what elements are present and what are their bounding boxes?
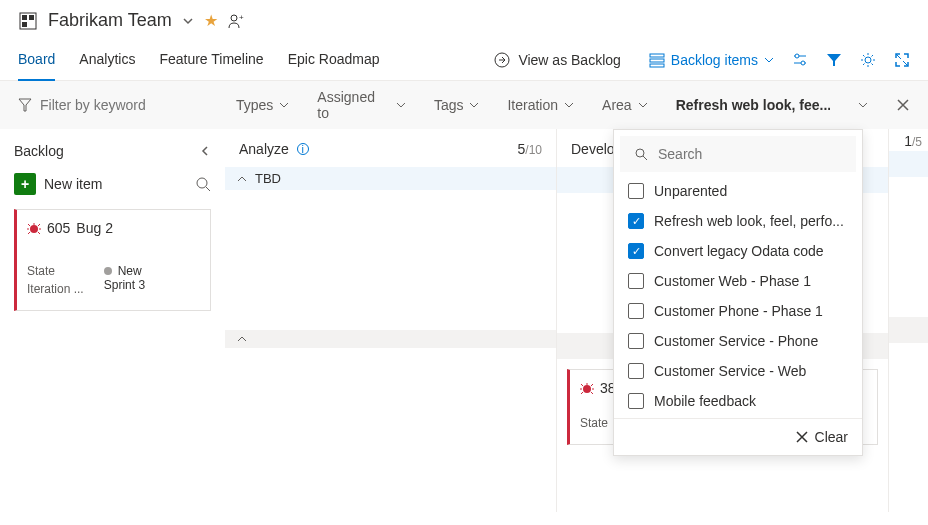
team-members-icon[interactable]: + xyxy=(228,12,246,30)
feature-filter-popover: Unparented ✓Refresh web look, feel, perf… xyxy=(613,129,863,456)
bug-icon xyxy=(580,381,594,395)
svg-point-4 xyxy=(231,15,237,21)
checkbox-checked-icon: ✓ xyxy=(628,213,644,229)
column-analyze-title: Analyze xyxy=(239,141,289,157)
chevron-down-icon xyxy=(469,100,479,110)
tab-epic-roadmap[interactable]: Epic Roadmap xyxy=(288,39,380,81)
svg-line-28 xyxy=(591,384,593,386)
checkbox-icon xyxy=(628,363,644,379)
popover-option[interactable]: Customer Phone - Phase 1 xyxy=(614,296,862,326)
team-name[interactable]: Fabrikam Team xyxy=(48,10,172,31)
filter-area[interactable]: Area xyxy=(602,97,648,113)
plus-icon: + xyxy=(14,173,36,195)
tab-board[interactable]: Board xyxy=(18,39,55,81)
gear-icon[interactable] xyxy=(860,52,876,68)
checkbox-icon xyxy=(628,303,644,319)
checkbox-checked-icon: ✓ xyxy=(628,243,644,259)
filter-types[interactable]: Types xyxy=(236,97,289,113)
popover-option[interactable]: Customer Service - Phone xyxy=(614,326,862,356)
fullscreen-icon[interactable] xyxy=(894,52,910,68)
svg-point-15 xyxy=(197,178,207,188)
checkbox-icon xyxy=(628,393,644,409)
svg-line-31 xyxy=(581,392,583,394)
state-label: State xyxy=(580,416,608,430)
checkbox-icon xyxy=(628,273,644,289)
settings-sliders-icon[interactable] xyxy=(792,52,808,68)
team-chevron-icon[interactable] xyxy=(182,15,194,27)
filter-tags[interactable]: Tags xyxy=(434,97,480,113)
backlog-items-label: Backlog items xyxy=(671,52,758,68)
backlog-list-icon xyxy=(649,52,665,68)
iteration-value: Sprint 3 xyxy=(104,278,145,292)
svg-point-33 xyxy=(636,149,644,157)
favorite-star-icon[interactable]: ★ xyxy=(204,11,218,30)
checkbox-icon xyxy=(628,333,644,349)
svg-line-19 xyxy=(28,224,30,226)
popover-option[interactable]: Customer Service - Web xyxy=(614,356,862,386)
new-item-label: New item xyxy=(44,176,102,192)
swimlane-collapsed[interactable] xyxy=(225,330,556,348)
chevron-down-icon[interactable] xyxy=(858,100,868,110)
arrow-right-circle-icon xyxy=(494,52,510,68)
filter-icon xyxy=(18,98,32,112)
iteration-label: Iteration ... xyxy=(27,282,84,296)
svg-rect-1 xyxy=(22,15,27,20)
popover-option[interactable]: Customer Web - Phase 1 xyxy=(614,266,862,296)
svg-rect-7 xyxy=(650,54,664,57)
third-count: 1 xyxy=(904,133,912,149)
filter-assigned-to[interactable]: Assigned to xyxy=(317,89,406,121)
swimlane-label: TBD xyxy=(255,171,281,186)
state-label: State xyxy=(27,264,84,278)
popover-option-list: Unparented ✓Refresh web look, feel, perf… xyxy=(614,174,862,418)
svg-rect-2 xyxy=(29,15,34,20)
swimlane-tbd[interactable]: TBD xyxy=(225,167,556,190)
state-dot-icon xyxy=(104,267,112,275)
close-filter-icon[interactable] xyxy=(896,98,910,112)
svg-point-25 xyxy=(583,385,591,393)
collapse-sidebar-icon[interactable] xyxy=(199,145,211,157)
svg-rect-8 xyxy=(650,59,664,62)
svg-line-23 xyxy=(28,232,30,234)
svg-line-16 xyxy=(206,187,210,191)
third-limit: 5 xyxy=(915,135,922,149)
state-value: New xyxy=(118,264,142,278)
chevron-down-icon xyxy=(638,100,648,110)
filter-iteration[interactable]: Iteration xyxy=(507,97,574,113)
svg-text:+: + xyxy=(239,13,244,22)
svg-point-17 xyxy=(30,225,38,233)
chevron-up-icon xyxy=(237,334,247,344)
popover-clear-label: Clear xyxy=(815,429,848,445)
checkbox-icon xyxy=(628,183,644,199)
filter-keyword-input[interactable] xyxy=(40,97,180,113)
tab-analytics[interactable]: Analytics xyxy=(79,39,135,81)
filter-funnel-icon[interactable] xyxy=(826,52,842,68)
svg-line-24 xyxy=(38,232,40,234)
svg-line-32 xyxy=(591,392,593,394)
card-title: Bug 2 xyxy=(76,220,113,236)
analyze-limit: 10 xyxy=(529,143,542,157)
popover-option[interactable]: ✓Refresh web look, feel, perfo... xyxy=(614,206,862,236)
popover-option[interactable]: ✓Convert legacy Odata code xyxy=(614,236,862,266)
svg-point-14 xyxy=(865,57,871,63)
view-as-backlog-label: View as Backlog xyxy=(518,52,620,68)
view-as-backlog-button[interactable]: View as Backlog xyxy=(494,52,620,68)
tab-feature-timeline[interactable]: Feature Timeline xyxy=(159,39,263,81)
svg-line-34 xyxy=(643,156,647,160)
popover-clear-button[interactable]: Clear xyxy=(614,418,862,455)
popover-option[interactable]: Unparented xyxy=(614,176,862,206)
popover-search-input[interactable] xyxy=(658,146,842,162)
search-icon[interactable] xyxy=(195,176,211,192)
svg-point-13 xyxy=(801,61,805,65)
svg-line-20 xyxy=(38,224,40,226)
new-item-button[interactable]: + New item xyxy=(14,173,102,195)
backlog-title: Backlog xyxy=(14,143,64,159)
backlog-card[interactable]: 605 Bug 2 State Iteration ... New Sprint… xyxy=(14,209,211,311)
svg-point-11 xyxy=(795,54,799,58)
bug-icon xyxy=(27,221,41,235)
info-icon[interactable]: i xyxy=(297,143,309,155)
chevron-down-icon xyxy=(279,100,289,110)
card-id: 605 xyxy=(47,220,70,236)
filter-parent-feature[interactable]: Refresh web look, fee... xyxy=(676,97,830,113)
backlog-items-dropdown[interactable]: Backlog items xyxy=(649,52,774,68)
popover-option[interactable]: Mobile feedback xyxy=(614,386,862,416)
